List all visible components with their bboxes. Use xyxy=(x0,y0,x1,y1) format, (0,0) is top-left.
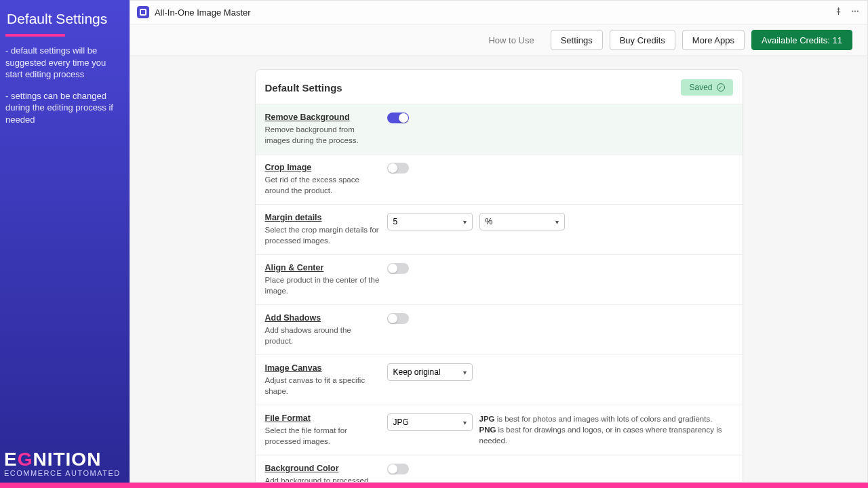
panel-header: Default Settings Saved ✓ xyxy=(256,70,743,104)
titlebar: All-In-One Image Master xyxy=(130,1,867,24)
canvas-title[interactable]: Image Canvas xyxy=(265,363,380,373)
bgcolor-title[interactable]: Background Color xyxy=(265,464,380,473)
panel-title: Default Settings xyxy=(265,82,342,94)
row-image-canvas: Image Canvas Adjust canvas to fit a spec… xyxy=(256,354,743,405)
bgcolor-toggle[interactable] xyxy=(387,464,409,474)
remove-bg-title[interactable]: Remove Background xyxy=(265,113,380,122)
margin-value-select[interactable]: 5 ▾ xyxy=(387,213,473,230)
buy-credits-button[interactable]: Buy Credits xyxy=(610,30,675,50)
saved-indicator: Saved ✓ xyxy=(681,79,732,96)
row-file-format: File Format Select the file format for p… xyxy=(256,405,743,455)
bgcolor-desc: Add background to processed images. Enab… xyxy=(265,476,380,482)
canvas-desc: Adjust canvas to fit a specific shape. xyxy=(265,375,380,396)
pin-icon[interactable] xyxy=(834,7,843,18)
png-label: PNG xyxy=(479,426,496,434)
margin-unit: % xyxy=(486,217,493,226)
row-margin-details: Margin details Select the crop margin de… xyxy=(256,204,743,254)
canvas-select[interactable]: Keep original ▾ xyxy=(387,363,473,381)
app-icon xyxy=(137,6,149,18)
row-align-center: Align & Center Place product in the cent… xyxy=(256,254,743,304)
margin-value: 5 xyxy=(393,217,398,226)
shadows-title[interactable]: Add Shadows xyxy=(265,313,380,323)
align-desc: Place product in the center of the image… xyxy=(265,275,380,296)
sidebar-note-1: - default settings will be suggested eve… xyxy=(5,45,124,81)
margin-title[interactable]: Margin details xyxy=(265,213,380,222)
chevron-down-icon: ▾ xyxy=(463,419,467,426)
row-remove-background: Remove Background Remove background from… xyxy=(256,104,743,154)
align-toggle[interactable] xyxy=(387,263,409,274)
crop-title[interactable]: Crop Image xyxy=(265,163,380,172)
format-value: JPG xyxy=(393,418,409,427)
crop-toggle[interactable] xyxy=(387,163,409,174)
more-icon[interactable] xyxy=(850,7,861,18)
check-icon: ✓ xyxy=(717,83,725,92)
crop-desc: Get rid of the excess space around the p… xyxy=(265,175,380,196)
chevron-down-icon: ▾ xyxy=(463,218,467,226)
how-to-use-button[interactable]: How to Use xyxy=(479,30,543,50)
sidebar-title: Default Settings xyxy=(5,11,124,27)
format-select[interactable]: JPG ▾ xyxy=(387,413,473,431)
sidebar-note-2: - settings can be changed during the edi… xyxy=(5,90,124,126)
svg-point-0 xyxy=(852,10,853,12)
align-title[interactable]: Align & Center xyxy=(265,263,380,272)
help-sidebar: Default Settings - default settings will… xyxy=(0,0,130,483)
canvas-value: Keep original xyxy=(393,367,441,377)
format-title[interactable]: File Format xyxy=(265,413,380,423)
brand-logo: EGNITION xyxy=(4,449,121,470)
jpg-label: JPG xyxy=(479,415,495,423)
margin-unit-select[interactable]: % ▾ xyxy=(479,213,565,230)
titlebar-left: All-In-One Image Master xyxy=(137,6,251,18)
content-scroll[interactable]: Default Settings Saved ✓ Remove Backgrou… xyxy=(130,57,867,482)
toolbar: How to Use Settings Buy Credits More App… xyxy=(130,24,867,56)
chevron-down-icon: ▾ xyxy=(463,369,467,376)
saved-label: Saved xyxy=(689,83,712,92)
row-background-color: Background Color Add background to proce… xyxy=(256,455,743,482)
svg-point-2 xyxy=(857,10,859,12)
brand-block: EGNITION ECOMMERCE AUTOMATED xyxy=(4,449,121,477)
shadows-toggle[interactable] xyxy=(387,313,409,324)
format-hint: JPG is best for photos and images with l… xyxy=(479,413,733,446)
png-hint: is best for drawings and logos, or in ca… xyxy=(479,426,722,445)
remove-bg-toggle[interactable] xyxy=(387,113,409,123)
margin-desc: Select the crop margin details for proce… xyxy=(265,225,380,246)
brand-tagline: ECOMMERCE AUTOMATED xyxy=(4,469,121,477)
settings-button[interactable]: Settings xyxy=(551,30,603,50)
chevron-down-icon: ▾ xyxy=(555,218,559,226)
row-crop-image: Crop Image Get rid of the excess space a… xyxy=(256,154,743,204)
jpg-hint: is best for photos and images with lots … xyxy=(495,415,713,423)
default-settings-panel: Default Settings Saved ✓ Remove Backgrou… xyxy=(255,69,743,482)
app-title: All-In-One Image Master xyxy=(155,7,251,18)
format-desc: Select the file format for processed ima… xyxy=(265,426,380,447)
sidebar-underline xyxy=(5,34,65,37)
remove-bg-desc: Remove background from images during the… xyxy=(265,125,380,146)
titlebar-right xyxy=(834,7,861,18)
bottom-accent-bar xyxy=(0,483,868,488)
svg-point-1 xyxy=(854,10,856,12)
shadows-desc: Add shadows around the product. xyxy=(265,325,380,346)
row-add-shadows: Add Shadows Add shadows around the produ… xyxy=(256,304,743,354)
main-area: All-In-One Image Master How to Use Setti… xyxy=(130,0,868,483)
more-apps-button[interactable]: More Apps xyxy=(682,30,745,50)
available-credits-button[interactable]: Available Credits: 11 xyxy=(751,30,852,50)
